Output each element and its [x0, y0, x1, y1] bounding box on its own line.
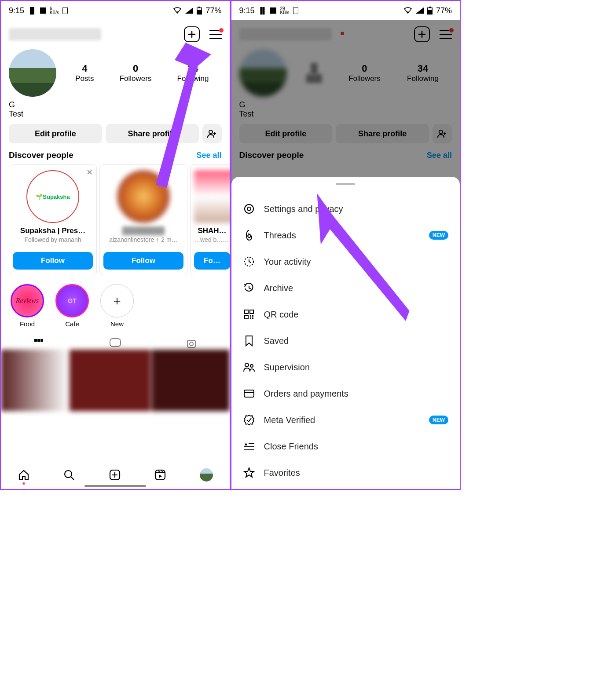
discover-people-button	[433, 124, 452, 143]
notification-dot-icon	[219, 28, 224, 33]
discover-title: Discover people	[239, 150, 304, 160]
status-sim-icon	[293, 7, 298, 14]
discover-card[interactable]: ✕ 🌱 Supaksha Supaksha | Pres… Followed b…	[9, 164, 97, 275]
nav-profile-avatar[interactable]	[200, 468, 213, 482]
menu-label: Settings and privacy	[264, 204, 343, 214]
gesture-bar	[84, 485, 146, 487]
nav-create-icon[interactable]	[109, 469, 121, 481]
svg-rect-23	[250, 310, 253, 314]
highlights-row: Reviews Food GT Cafe ＋ New	[1, 275, 230, 330]
follow-button[interactable]: Follow	[103, 252, 183, 270]
phone-left-profile: 9:15 ▐▌ 6KB/s 77%	[0, 0, 231, 490]
menu-meta-verified[interactable]: Meta Verified NEW	[231, 407, 460, 433]
menu-label: Your activity	[264, 257, 311, 267]
posts-grid[interactable]	[1, 350, 230, 411]
discover-see-all-link: See all	[427, 151, 452, 160]
create-post-button[interactable]	[184, 26, 200, 42]
svg-rect-3	[198, 8, 202, 10]
stat-posts-num: 4	[75, 63, 94, 74]
svg-rect-27	[250, 317, 251, 319]
battery-icon	[427, 7, 433, 15]
discover-cards[interactable]: ✕ 🌱 Supaksha Supaksha | Pres… Followed b…	[1, 164, 230, 275]
wifi-icon	[173, 7, 182, 14]
edit-profile-button[interactable]: Edit profile	[9, 124, 102, 143]
follow-button[interactable]: Fo…	[194, 252, 230, 270]
discover-card-sub: …wed b… _by_naj…	[194, 236, 230, 243]
signal-icon	[416, 7, 424, 14]
menu-label: Threads	[264, 230, 296, 241]
follow-button[interactable]: Follow	[13, 252, 93, 270]
create-post-button	[414, 26, 430, 42]
menu-saved[interactable]: Saved	[231, 328, 460, 354]
tab-reels-icon[interactable]	[110, 338, 121, 349]
signal-icon	[185, 7, 193, 14]
svg-rect-28	[252, 317, 253, 319]
menu-your-activity[interactable]: Your activity	[231, 248, 460, 275]
close-icon[interactable]: ✕	[86, 168, 93, 177]
svg-rect-24	[245, 315, 248, 319]
archive-icon	[243, 282, 255, 294]
status-id-icon: ▐▌	[258, 7, 267, 14]
menu-label: Saved	[264, 336, 289, 346]
sheet-drag-handle[interactable]	[336, 183, 355, 185]
battery-icon	[197, 7, 202, 15]
highlight-food[interactable]: Reviews Food	[11, 284, 44, 328]
discover-card[interactable]: ████████ aizanonlinestore + 2 m… Follow	[99, 164, 187, 275]
svg-point-14	[407, 11, 409, 13]
svg-point-19	[245, 204, 253, 213]
highlight-circle: GT	[55, 284, 89, 317]
stat-following[interactable]: 34 Following	[177, 63, 209, 83]
username-dropdown	[239, 28, 332, 40]
tab-grid-icon[interactable]	[33, 338, 44, 349]
menu-orders-payments[interactable]: Orders and payments	[231, 380, 460, 407]
discover-card-avatar	[117, 170, 170, 223]
nav-reels-icon[interactable]	[154, 469, 166, 481]
qr-icon	[243, 308, 255, 321]
menu-qr-code[interactable]: QR code	[231, 301, 460, 328]
profile-bio-text: Test	[239, 109, 452, 119]
discover-title: Discover people	[9, 150, 73, 160]
svg-rect-16	[429, 7, 431, 7]
discover-people-button[interactable]	[202, 124, 222, 143]
svg-point-0	[176, 11, 178, 13]
tab-tagged-icon[interactable]	[186, 338, 197, 349]
stat-followers[interactable]: 0 Followers	[120, 63, 152, 83]
username-dropdown[interactable]	[9, 28, 101, 40]
svg-rect-6	[37, 339, 40, 342]
menu-hamburger-button[interactable]	[209, 30, 222, 39]
menu-label: Favorites	[264, 468, 300, 478]
status-square-icon	[40, 7, 46, 14]
highlight-new[interactable]: ＋ New	[100, 284, 134, 328]
profile-bio: G Test	[1, 99, 230, 124]
share-profile-button[interactable]: Share profile	[106, 124, 199, 143]
menu-bottom-sheet: Settings and privacy Threads NEW Your ac…	[231, 177, 460, 489]
menu-label: Meta Verified	[264, 415, 315, 425]
svg-point-30	[250, 365, 253, 367]
discover-card-name: SHAH…	[194, 226, 230, 235]
status-time: 9:15	[239, 6, 255, 15]
nav-search-icon[interactable]	[63, 469, 75, 481]
highlight-circle: Reviews	[11, 284, 44, 317]
profile-bio-text: Test	[9, 109, 222, 119]
discover-card-avatar: 🌱 Supaksha	[26, 170, 79, 223]
status-sim-icon	[62, 7, 68, 14]
discover-card-name: Supaksha | Pres…	[13, 226, 93, 235]
menu-supervision[interactable]: Supervision	[231, 354, 460, 380]
stat-following-num: 34	[407, 63, 439, 74]
highlight-cafe[interactable]: GT Cafe	[55, 284, 89, 328]
profile-stats-row: 4 Posts 0 Followers 34 Following	[1, 45, 230, 99]
stat-posts[interactable]: 4 Posts	[75, 63, 94, 83]
plus-icon: ＋	[100, 284, 134, 317]
nav-home-icon[interactable]	[18, 469, 30, 481]
profile-avatar[interactable]	[9, 49, 56, 97]
stat-followers-label: Followers	[120, 74, 152, 83]
menu-close-friends[interactable]: Close Friends	[231, 433, 460, 460]
discover-see-all-link[interactable]: See all	[196, 151, 221, 160]
discover-card[interactable]: SHAH… …wed b… _by_naj… Fo…	[190, 164, 230, 275]
menu-settings-privacy[interactable]: Settings and privacy	[231, 196, 460, 222]
menu-threads[interactable]: Threads NEW	[231, 222, 460, 248]
status-data-rate: 6KB/s	[50, 7, 59, 15]
menu-favorites[interactable]: Favorites	[231, 460, 460, 486]
menu-label: QR code	[264, 310, 299, 320]
menu-archive[interactable]: Archive	[231, 275, 460, 301]
